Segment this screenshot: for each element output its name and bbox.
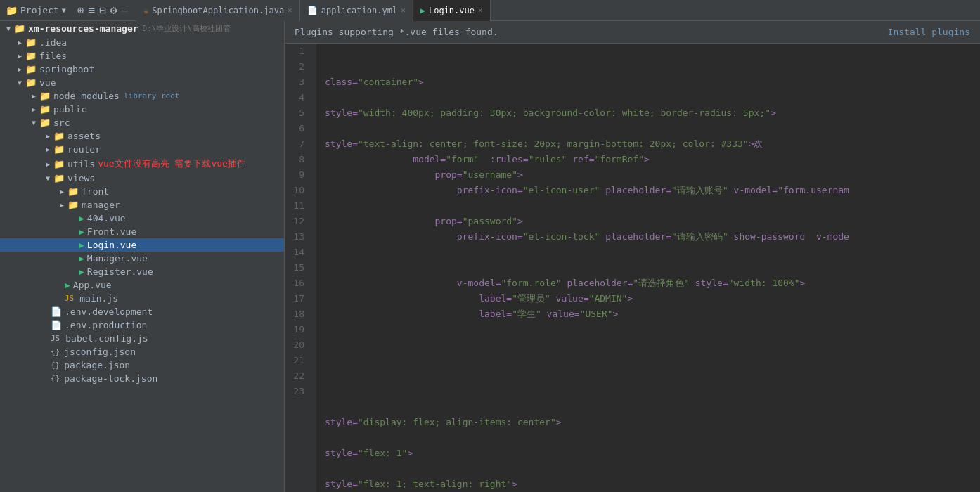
tree-item-src[interactable]: ▼ 📁 src — [0, 116, 284, 129]
tree-item-managervue[interactable]: ▶ ▶ Manager.vue — [0, 252, 284, 265]
src-folder-icon: 📁 — [39, 117, 51, 128]
tab-login[interactable]: ▶ Login.vue ✕ — [413, 0, 491, 21]
code-line: class="container"> — [325, 59, 980, 90]
tab-close-application[interactable]: ✕ — [401, 6, 406, 15]
toolbar-settings-icon[interactable]: ⚙ — [110, 4, 117, 17]
appvue-label: App.vue — [73, 280, 112, 290]
toolbar-add-icon[interactable]: ⊕ — [77, 4, 84, 17]
tree-item-404vue[interactable]: ▶ ▶ 404.vue — [0, 212, 284, 225]
managervue-label: Manager.vue — [87, 253, 148, 264]
tree-item-registervue[interactable]: ▶ ▶ Register.vue — [0, 265, 284, 278]
managervue-file-icon: ▶ — [79, 253, 84, 264]
manager-label: manager — [82, 200, 120, 210]
assets-folder-icon: 📁 — [53, 131, 65, 141]
code-line: model="form" :rules="rules" ref="formRef… — [325, 152, 980, 167]
public-folder-icon: 📁 — [39, 104, 51, 115]
tree-item-views[interactable]: ▼ 📁 views — [0, 171, 284, 185]
title-bar: 📁 Project ▼ ⊕ ≡ ⊟ ⚙ — ☕ SpringbootApplic… — [0, 0, 980, 21]
tab-springboot[interactable]: ☕ SpringbootApplication.java ✕ — [136, 0, 300, 21]
code-line: style="flex: 1"> — [325, 430, 980, 461]
code-line: prefix-icon="el-icon-lock" placeholder="… — [325, 229, 980, 245]
tree-item-envdev[interactable]: ▶ 📄 .env.development — [0, 305, 284, 318]
tree-item-files[interactable]: ▶ 📁 files — [0, 49, 284, 63]
tree-item-appvue[interactable]: ▶ ▶ App.vue — [0, 278, 284, 292]
springboot-label: springboot — [39, 64, 94, 75]
tree-item-manager[interactable]: ▶ 📁 manager — [0, 198, 284, 212]
tree-item-envprod[interactable]: ▶ 📄 .env.production — [0, 318, 284, 332]
tab-icon: 📄 — [307, 6, 318, 15]
code-line: style="width: 400px; padding: 30px; back… — [325, 90, 980, 121]
tree-item-loginvue[interactable]: ▶ ▶ Login.vue — [0, 238, 284, 252]
idea-arrow: ▶ — [14, 39, 25, 46]
toolbar-minimize-icon[interactable]: — — [121, 4, 128, 17]
tree-item-mainjs[interactable]: ▶ JS main.js — [0, 292, 284, 305]
code-line — [325, 384, 980, 399]
frontvue-file-icon: ▶ — [79, 226, 84, 237]
manager-folder-icon: 📁 — [67, 200, 79, 210]
tree-item-springboot[interactable]: ▶ 📁 springboot — [0, 63, 284, 76]
utils-label: utils — [67, 159, 95, 169]
project-dropdown-icon[interactable]: ▼ — [62, 6, 66, 14]
src-arrow: ▼ — [28, 119, 39, 127]
babelconfig-label: babel.config.js — [65, 333, 148, 344]
code-editor[interactable]: 1234567891011121314151617181920212223 cl… — [285, 44, 980, 492]
assets-arrow: ▶ — [42, 132, 53, 140]
code-line — [325, 44, 980, 59]
editor-tabs: ☕ SpringbootApplication.java ✕ 📄 applica… — [136, 0, 974, 21]
code-line — [325, 198, 980, 214]
assets-label: assets — [67, 131, 101, 141]
public-label: public — [53, 104, 86, 115]
router-arrow: ▶ — [42, 145, 53, 153]
files-folder-icon: 📁 — [25, 51, 37, 61]
node-modules-arrow: ▶ — [28, 92, 39, 100]
tree-root[interactable]: ▼ 📁 xm-resources-manager D:\毕业设计\高校社团管 — [0, 21, 284, 36]
tree-item-packagelock[interactable]: ▶ {} package-lock.json — [0, 372, 284, 385]
envdev-label: .env.development — [65, 306, 153, 317]
tab-label: SpringbootApplication.java — [152, 6, 284, 15]
tab-close-login[interactable]: ✕ — [478, 6, 483, 15]
mainjs-label: main.js — [79, 293, 118, 304]
tree-item-babelconfig[interactable]: ▶ JS babel.config.js — [0, 332, 284, 345]
tree-item-utils[interactable]: ▶ 📁 utils vue文件没有高亮 需要下载vue插件 — [0, 156, 284, 171]
tree-item-packagejson[interactable]: ▶ {} package.json — [0, 358, 284, 372]
tree-item-front[interactable]: ▶ 📁 front — [0, 185, 284, 198]
views-label: views — [67, 173, 95, 183]
code-content[interactable]: class="container"> style="width: 400px; … — [316, 44, 980, 492]
code-line: prefix-icon="el-icon-user" placeholder="… — [325, 183, 980, 198]
toolbar-layout-icon[interactable]: ≡ — [88, 4, 95, 17]
idea-label: .idea — [39, 37, 67, 48]
tab-icon: ☕ — [143, 6, 148, 15]
tree-item-node-modules[interactable]: ▶ 📁 node_modules library root — [0, 89, 284, 103]
tree-item-router[interactable]: ▶ 📁 router — [0, 143, 284, 156]
tree-item-vue[interactable]: ▼ 📁 vue — [0, 76, 284, 89]
project-selector[interactable]: 📁 Project ▼ — [6, 5, 66, 16]
code-line — [325, 245, 980, 260]
views-folder-icon: 📁 — [53, 173, 65, 183]
utils-arrow: ▶ — [42, 160, 53, 168]
main-layout: ▼ 📁 xm-resources-manager D:\毕业设计\高校社团管 ▶… — [0, 21, 980, 492]
tree-item-jsconfigjson[interactable]: ▶ {} jsconfig.json — [0, 345, 284, 358]
envprod-label: .env.production — [65, 320, 147, 330]
tree-item-assets[interactable]: ▶ 📁 assets — [0, 129, 284, 143]
router-folder-icon: 📁 — [53, 144, 65, 155]
views-arrow: ▼ — [42, 174, 53, 182]
jsconfigjson-label: jsconfig.json — [64, 347, 136, 357]
code-line: v-model="form.role" placeholder="请选择角色" … — [325, 276, 980, 291]
tab-icon: ▶ — [420, 6, 425, 15]
tab-close-springboot[interactable]: ✕ — [288, 6, 292, 15]
code-line: style="flex: 1; text-align: right"> — [325, 461, 980, 492]
project-icon: 📁 — [6, 5, 18, 16]
tree-item-public[interactable]: ▶ 📁 public — [0, 103, 284, 116]
install-plugins-link[interactable]: Install plugins — [888, 27, 970, 37]
utils-annotation: vue文件没有高亮 需要下载vue插件 — [98, 157, 246, 170]
src-label: src — [53, 117, 70, 128]
front-label: front — [82, 186, 109, 197]
tree-item-idea[interactable]: ▶ 📁 .idea — [0, 36, 284, 49]
tab-application[interactable]: 📄 application.yml ✕ — [300, 0, 413, 21]
babelconfig-file-icon: JS — [51, 334, 60, 343]
toolbar-split-icon[interactable]: ⊟ — [99, 4, 106, 17]
files-label: files — [39, 51, 67, 61]
tree-item-frontvue[interactable]: ▶ ▶ Front.vue — [0, 225, 284, 238]
frontvue-label: Front.vue — [87, 226, 136, 237]
tab-label: Login.vue — [429, 6, 475, 15]
